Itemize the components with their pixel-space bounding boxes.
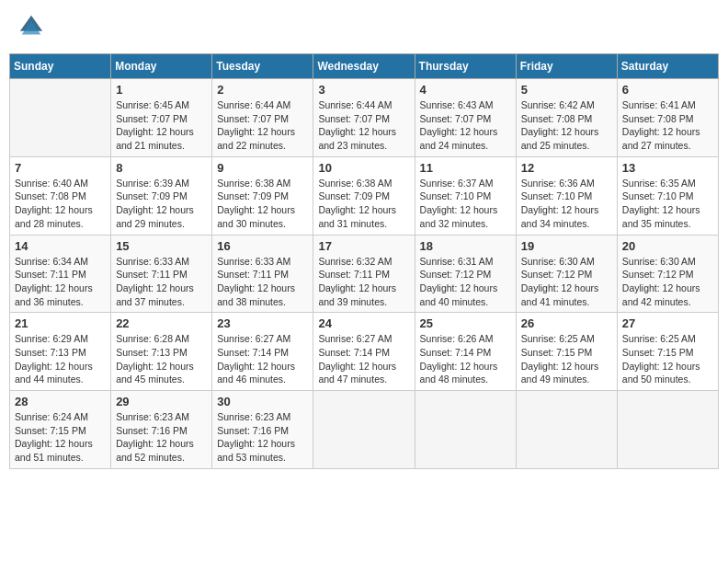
calendar-cell: 9Sunrise: 6:38 AMSunset: 7:09 PMDaylight… [212,156,313,235]
calendar-header-tuesday: Tuesday [212,54,313,79]
calendar-week-5: 28Sunrise: 6:24 AMSunset: 7:15 PMDayligh… [10,391,719,469]
day-info: Sunrise: 6:27 AMSunset: 7:14 PMDaylight:… [318,332,409,386]
day-number: 10 [318,161,409,175]
calendar-cell: 1Sunrise: 6:45 AMSunset: 7:07 PMDaylight… [111,79,212,157]
page-header [9,9,719,44]
calendar-cell: 12Sunrise: 6:36 AMSunset: 7:10 PMDayligh… [516,156,617,235]
day-info: Sunrise: 6:37 AMSunset: 7:10 PMDaylight:… [420,177,511,231]
day-info: Sunrise: 6:44 AMSunset: 7:07 PMDaylight:… [217,98,308,153]
day-info: Sunrise: 6:34 AMSunset: 7:11 PMDaylight:… [15,255,106,309]
calendar-cell [516,391,617,469]
day-number: 19 [521,239,612,253]
calendar-header-thursday: Thursday [415,54,516,79]
day-number: 12 [521,161,612,175]
day-number: 4 [420,83,511,97]
day-info: Sunrise: 6:25 AMSunset: 7:15 PMDaylight:… [521,332,612,386]
calendar-cell: 19Sunrise: 6:30 AMSunset: 7:12 PMDayligh… [516,235,617,313]
calendar-cell [617,391,718,469]
day-info: Sunrise: 6:36 AMSunset: 7:10 PMDaylight:… [521,177,612,231]
calendar-cell: 2Sunrise: 6:44 AMSunset: 7:07 PMDaylight… [212,79,313,157]
calendar-cell: 10Sunrise: 6:38 AMSunset: 7:09 PMDayligh… [313,156,415,235]
day-number: 15 [116,239,207,253]
calendar-week-2: 7Sunrise: 6:40 AMSunset: 7:08 PMDaylight… [10,156,719,235]
calendar-header-monday: Monday [111,54,212,79]
calendar-header-friday: Friday [516,54,617,79]
calendar-cell [313,391,415,469]
calendar-cell: 16Sunrise: 6:33 AMSunset: 7:11 PMDayligh… [212,235,313,313]
day-info: Sunrise: 6:23 AMSunset: 7:16 PMDaylight:… [217,410,308,465]
calendar-cell [10,79,111,157]
day-info: Sunrise: 6:33 AMSunset: 7:11 PMDaylight:… [116,255,207,309]
day-info: Sunrise: 6:28 AMSunset: 7:13 PMDaylight:… [116,332,207,386]
day-info: Sunrise: 6:45 AMSunset: 7:07 PMDaylight:… [116,98,207,153]
calendar-cell: 8Sunrise: 6:39 AMSunset: 7:09 PMDaylight… [111,156,212,235]
day-info: Sunrise: 6:29 AMSunset: 7:13 PMDaylight:… [15,332,106,386]
day-number: 18 [420,239,511,253]
calendar-cell: 11Sunrise: 6:37 AMSunset: 7:10 PMDayligh… [415,156,516,235]
calendar-cell: 18Sunrise: 6:31 AMSunset: 7:12 PMDayligh… [415,235,516,313]
day-info: Sunrise: 6:26 AMSunset: 7:14 PMDaylight:… [420,332,511,386]
day-info: Sunrise: 6:38 AMSunset: 7:09 PMDaylight:… [217,177,308,231]
calendar-cell: 6Sunrise: 6:41 AMSunset: 7:08 PMDaylight… [617,79,718,157]
day-number: 7 [15,161,106,175]
calendar-cell: 24Sunrise: 6:27 AMSunset: 7:14 PMDayligh… [313,313,415,391]
calendar-cell: 22Sunrise: 6:28 AMSunset: 7:13 PMDayligh… [111,313,212,391]
day-info: Sunrise: 6:27 AMSunset: 7:14 PMDaylight:… [217,332,308,386]
day-info: Sunrise: 6:31 AMSunset: 7:12 PMDaylight:… [420,255,511,309]
day-info: Sunrise: 6:24 AMSunset: 7:15 PMDaylight:… [15,410,106,465]
day-number: 30 [217,395,308,408]
calendar-cell: 7Sunrise: 6:40 AMSunset: 7:08 PMDaylight… [10,156,111,235]
calendar-cell: 13Sunrise: 6:35 AMSunset: 7:10 PMDayligh… [617,156,718,235]
day-info: Sunrise: 6:30 AMSunset: 7:12 PMDaylight:… [622,255,713,309]
calendar-cell: 28Sunrise: 6:24 AMSunset: 7:15 PMDayligh… [10,391,111,469]
day-number: 25 [420,316,511,330]
calendar-cell: 14Sunrise: 6:34 AMSunset: 7:11 PMDayligh… [10,235,111,313]
day-number: 11 [420,161,511,175]
day-info: Sunrise: 6:44 AMSunset: 7:07 PMDaylight:… [318,98,409,153]
day-number: 22 [116,316,207,330]
day-info: Sunrise: 6:41 AMSunset: 7:08 PMDaylight:… [622,98,713,153]
day-number: 26 [521,316,612,330]
calendar-cell: 17Sunrise: 6:32 AMSunset: 7:11 PMDayligh… [313,235,415,313]
day-number: 24 [318,316,409,330]
day-number: 23 [217,316,308,330]
day-info: Sunrise: 6:25 AMSunset: 7:15 PMDaylight:… [622,332,713,386]
day-number: 13 [622,161,713,175]
calendar-cell [415,391,516,469]
day-info: Sunrise: 6:39 AMSunset: 7:09 PMDaylight:… [116,177,207,231]
calendar-cell: 25Sunrise: 6:26 AMSunset: 7:14 PMDayligh… [415,313,516,391]
calendar-cell: 4Sunrise: 6:43 AMSunset: 7:07 PMDaylight… [415,79,516,157]
day-number: 16 [217,239,308,253]
calendar-cell: 21Sunrise: 6:29 AMSunset: 7:13 PMDayligh… [10,313,111,391]
calendar-cell: 27Sunrise: 6:25 AMSunset: 7:15 PMDayligh… [617,313,718,391]
calendar-week-4: 21Sunrise: 6:29 AMSunset: 7:13 PMDayligh… [10,313,719,391]
day-number: 9 [217,161,308,175]
logo-icon [18,14,44,40]
day-info: Sunrise: 6:43 AMSunset: 7:07 PMDaylight:… [420,98,511,153]
logo [18,14,46,40]
calendar-cell: 23Sunrise: 6:27 AMSunset: 7:14 PMDayligh… [212,313,313,391]
calendar-cell: 30Sunrise: 6:23 AMSunset: 7:16 PMDayligh… [212,391,313,469]
day-number: 5 [521,83,612,97]
calendar-header-saturday: Saturday [617,54,718,79]
day-number: 1 [116,83,207,97]
calendar-header-sunday: Sunday [10,54,111,79]
day-number: 20 [622,239,713,253]
calendar-cell: 29Sunrise: 6:23 AMSunset: 7:16 PMDayligh… [111,391,212,469]
day-info: Sunrise: 6:30 AMSunset: 7:12 PMDaylight:… [521,255,612,309]
day-number: 28 [15,395,106,408]
day-number: 2 [217,83,308,97]
calendar-cell: 3Sunrise: 6:44 AMSunset: 7:07 PMDaylight… [313,79,415,157]
calendar-header-row: SundayMondayTuesdayWednesdayThursdayFrid… [10,54,719,79]
day-info: Sunrise: 6:42 AMSunset: 7:08 PMDaylight:… [521,98,612,153]
calendar-week-1: 1Sunrise: 6:45 AMSunset: 7:07 PMDaylight… [10,79,719,157]
day-number: 29 [116,395,207,408]
day-info: Sunrise: 6:23 AMSunset: 7:16 PMDaylight:… [116,410,207,465]
calendar-cell: 5Sunrise: 6:42 AMSunset: 7:08 PMDaylight… [516,79,617,157]
day-number: 6 [622,83,713,97]
calendar-cell: 15Sunrise: 6:33 AMSunset: 7:11 PMDayligh… [111,235,212,313]
day-info: Sunrise: 6:35 AMSunset: 7:10 PMDaylight:… [622,177,713,231]
day-number: 8 [116,161,207,175]
day-number: 27 [622,316,713,330]
day-info: Sunrise: 6:32 AMSunset: 7:11 PMDaylight:… [318,255,409,309]
